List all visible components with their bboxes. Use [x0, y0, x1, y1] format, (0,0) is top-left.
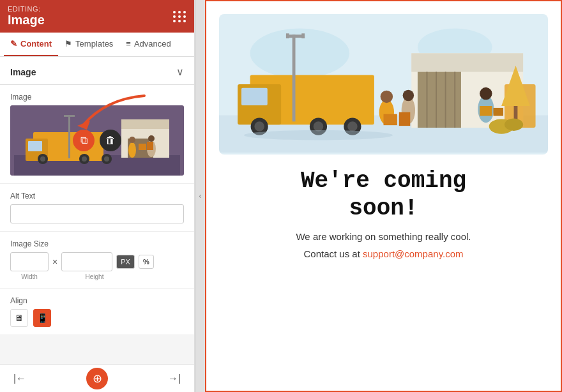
- size-labels: Width Height: [10, 273, 184, 280]
- svg-rect-20: [139, 144, 146, 150]
- svg-point-60: [244, 130, 393, 140]
- svg-point-41: [254, 121, 264, 132]
- dots-grid-icon[interactable]: [173, 11, 186, 22]
- tab-content[interactable]: ✎ Content: [4, 33, 58, 56]
- toolbar-left-button[interactable]: |←: [10, 369, 29, 388]
- size-x-separator: ×: [52, 257, 57, 267]
- svg-point-55: [480, 87, 492, 100]
- svg-point-45: [347, 121, 358, 132]
- image-size-label: Image Size: [10, 239, 184, 248]
- align-left-icon: 🖥: [15, 313, 24, 323]
- image-size-field-group: Image Size × PX % Width Height: [0, 232, 194, 289]
- panel-header: EDITING: Image: [0, 0, 194, 33]
- toolbar-center-button[interactable]: ⊕: [86, 368, 108, 389]
- image-overlay-buttons: ⧉ 🗑: [73, 130, 121, 151]
- svg-point-53: [403, 90, 414, 101]
- canvas-subtitle: We are working on something really cool.: [296, 231, 471, 242]
- svg-rect-12: [121, 119, 169, 129]
- width-input[interactable]: [10, 252, 49, 271]
- delete-image-button[interactable]: 🗑: [100, 130, 121, 151]
- contact-email-link[interactable]: support@company.com: [363, 248, 464, 259]
- section-header: Image ∨: [0, 57, 194, 85]
- tab-advanced-label: Advanced: [134, 39, 171, 49]
- toolbar-right-button[interactable]: →|: [165, 369, 184, 388]
- svg-rect-39: [241, 88, 268, 105]
- chevron-down-icon[interactable]: ∨: [176, 66, 184, 78]
- svg-rect-48: [286, 33, 289, 38]
- svg-rect-56: [384, 114, 397, 125]
- svg-point-43: [314, 121, 324, 132]
- svg-rect-4: [28, 141, 42, 151]
- svg-point-62: [505, 118, 523, 130]
- image-preview[interactable]: ⧉ 🗑: [10, 105, 184, 176]
- image-field-group: Image: [0, 85, 194, 184]
- alt-text-label: Alt Text: [10, 192, 184, 200]
- svg-point-17: [129, 137, 135, 143]
- trash-icon: 🗑: [105, 135, 116, 146]
- replace-image-button[interactable]: ⧉: [73, 130, 95, 151]
- canvas-image-area: [219, 14, 548, 155]
- unit-px-button[interactable]: PX: [116, 255, 135, 269]
- unit-percent-button[interactable]: %: [139, 255, 154, 269]
- svg-point-8: [82, 156, 87, 162]
- canvas-title: We're comingsoon!: [301, 167, 466, 222]
- right-canvas: We're comingsoon! We are working on some…: [205, 0, 562, 392]
- height-label: Height: [69, 273, 120, 280]
- svg-rect-57: [399, 112, 410, 126]
- svg-rect-49: [301, 33, 305, 38]
- svg-rect-21: [147, 142, 153, 150]
- center-icon: ⊕: [93, 372, 102, 386]
- bottom-toolbar: |← ⊕ →|: [0, 364, 194, 392]
- panel-content: Image ∨ Image: [0, 57, 194, 364]
- svg-point-16: [128, 142, 136, 158]
- align-left-button[interactable]: 🖥: [10, 309, 28, 327]
- collapse-handle[interactable]: ‹: [195, 0, 205, 392]
- align-center-icon: 📱: [37, 313, 48, 323]
- left-panel: EDITING: Image ✎ Content ⚑ Templates ≡ A…: [0, 0, 195, 392]
- height-input[interactable]: [61, 252, 112, 271]
- panel-title: Image: [8, 13, 45, 27]
- svg-rect-14: [68, 115, 70, 158]
- svg-rect-59: [493, 108, 503, 116]
- tab-content-label: Content: [20, 39, 52, 49]
- svg-point-10: [104, 156, 109, 162]
- svg-rect-46: [292, 34, 296, 121]
- width-label: Width: [10, 273, 49, 280]
- svg-point-19: [148, 135, 155, 142]
- canvas-contact: Contact us at support@company.com: [303, 248, 463, 259]
- section-title: Image: [10, 67, 36, 77]
- align-field-group: Align 🖥 📱: [0, 289, 194, 335]
- align-center-button[interactable]: 📱: [33, 309, 51, 327]
- align-row: 🖥 📱: [10, 309, 184, 327]
- header-info: EDITING: Image: [8, 5, 45, 27]
- collapse-icon: ‹: [199, 192, 202, 200]
- templates-tab-icon: ⚑: [65, 39, 72, 49]
- alt-text-input[interactable]: [10, 204, 184, 223]
- svg-rect-58: [480, 106, 492, 116]
- advanced-tab-icon: ≡: [126, 39, 131, 49]
- tabs-bar: ✎ Content ⚑ Templates ≡ Advanced: [0, 33, 194, 57]
- tab-templates-label: Templates: [75, 39, 113, 49]
- contact-text: Contact us at: [303, 248, 360, 259]
- size-row: × PX %: [10, 252, 184, 271]
- tab-templates[interactable]: ⚑ Templates: [58, 33, 119, 56]
- align-right-toolbar-icon: →|: [168, 373, 181, 384]
- tab-advanced[interactable]: ≡ Advanced: [119, 33, 177, 56]
- image-field-label: Image: [10, 93, 184, 102]
- svg-rect-28: [411, 53, 523, 72]
- align-label: Align: [10, 296, 184, 305]
- alt-text-field-group: Alt Text: [0, 184, 194, 232]
- align-left-toolbar-icon: |←: [13, 373, 26, 384]
- content-tab-icon: ✎: [10, 39, 17, 49]
- svg-point-6: [40, 156, 45, 162]
- replace-icon: ⧉: [80, 135, 87, 146]
- svg-point-51: [381, 91, 393, 103]
- editing-label: EDITING:: [8, 5, 45, 13]
- svg-rect-15: [64, 115, 75, 117]
